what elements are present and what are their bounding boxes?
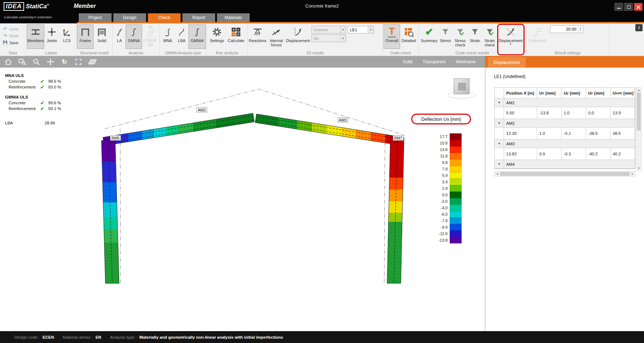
view-cube[interactable] xyxy=(449,77,474,101)
gmnia-button[interactable]: GMNIA xyxy=(189,24,206,49)
stress-check-button[interactable]: Stress check xyxy=(452,24,468,49)
deformed-scale-spinner[interactable]: 20.00 ▲▼ xyxy=(550,25,583,33)
load-case-combo[interactable]: LE1▾ xyxy=(348,26,374,33)
table-row-am1[interactable]: 5.50 -13.8 1.0 0.0 13.9 xyxy=(495,107,635,119)
table-vertical-scrollbar[interactable]: ▲ ▼ xyxy=(636,87,641,171)
table-row-am2[interactable]: 12.30 1.0 -0.1 -38.5 38.5 xyxy=(495,128,635,140)
minimize-button[interactable] xyxy=(614,3,623,11)
lcs-button[interactable]: LCS xyxy=(59,24,74,49)
ribbon-group-result-settings: Deformed 20.00 ▲▼ Result settings xyxy=(526,23,609,56)
tab-materials[interactable]: Materials xyxy=(217,13,250,22)
mna-button[interactable]: MNA xyxy=(160,24,175,49)
member-label-rm5[interactable]: RM5 xyxy=(110,135,121,141)
csfm-3d-button[interactable]: 3D CSFM 3D xyxy=(142,24,159,49)
collapse-triangle-icon[interactable]: ▼ xyxy=(498,122,501,125)
overall-button[interactable]: T Overall xyxy=(384,24,400,49)
col-usum[interactable]: Usum[mm] xyxy=(611,88,635,99)
col-uy[interactable]: Uy[mm] xyxy=(562,88,586,99)
scroll-thumb[interactable] xyxy=(637,93,641,131)
spinner-arrows-icon[interactable]: ▲▼ xyxy=(578,26,583,33)
table-group-am4[interactable]: ▼ AM4 xyxy=(495,160,635,169)
collapse-triangle-icon[interactable]: ▼ xyxy=(498,101,501,104)
scroll-up-icon[interactable]: ▲ xyxy=(636,88,641,92)
displacement-1d-button[interactable]: Displacement xyxy=(286,24,310,49)
table-group-am3[interactable]: ▼ AM3 xyxy=(495,140,635,148)
pan-button[interactable] xyxy=(46,57,55,67)
legend-swatch xyxy=(450,153,462,159)
tab-design[interactable]: Design xyxy=(113,13,146,22)
tab-report[interactable]: Report xyxy=(182,13,215,22)
internal-forces-button[interactable]: Internal forces xyxy=(267,24,286,49)
collapse-triangle-icon[interactable]: ▼ xyxy=(498,163,501,166)
frame-button[interactable]: Frame xyxy=(77,24,94,49)
scroll-down-icon[interactable]: ▼ xyxy=(636,166,641,170)
view-cube-face xyxy=(454,78,470,94)
mna-uls-title: MNA ULS xyxy=(5,73,67,78)
calculate-button[interactable]: Calculate xyxy=(226,24,246,49)
ribbon-group-run: Settings Calculate Run analysis xyxy=(207,23,248,56)
strain-check-button[interactable]: Strain check xyxy=(481,24,498,49)
member-label-am2[interactable]: AM2 xyxy=(196,107,207,113)
table-row-am3[interactable]: 13.82 0.9 -0.3 -40.2 40.2 xyxy=(495,148,635,160)
undo-button[interactable]: ↶Undo xyxy=(0,26,26,32)
tab-check[interactable]: Check xyxy=(148,13,181,22)
strain-button[interactable]: Strain xyxy=(468,24,481,49)
summary-button[interactable]: ✔ Summary xyxy=(419,24,439,49)
solid-view-button[interactable]: Solid xyxy=(403,59,413,64)
redo-button[interactable]: ↷Redo xyxy=(0,32,26,39)
scroll-right-icon[interactable]: ► xyxy=(630,172,635,176)
zoom-fit-button[interactable] xyxy=(74,57,83,67)
close-button[interactable] xyxy=(634,3,643,11)
tab-project[interactable]: Project xyxy=(79,13,112,22)
legend-entry: -7.9 xyxy=(429,218,462,224)
deformed-button[interactable]: Deformed xyxy=(527,24,548,49)
legend-swatch xyxy=(450,218,462,224)
table-group-am2[interactable]: ▼ AM2 xyxy=(495,119,635,128)
legend-value: 3.9 xyxy=(429,180,448,184)
legend-swatch xyxy=(450,159,462,166)
col-ux[interactable]: Ux[mm] xyxy=(537,88,562,99)
displacement-check-button[interactable]: Displacement ▾ xyxy=(498,24,523,49)
joints-button[interactable]: Joints xyxy=(44,24,59,49)
solid-button[interactable]: Solid xyxy=(94,24,110,49)
la-button[interactable]: LA xyxy=(113,24,126,49)
save-button[interactable]: Save xyxy=(0,39,26,46)
home-view-button[interactable] xyxy=(4,57,13,67)
wireframe-view-button[interactable]: Wireframe xyxy=(456,59,476,64)
zoom-window-button[interactable] xyxy=(18,57,27,67)
scroll-thumb[interactable] xyxy=(500,172,630,176)
table-horizontal-scrollbar[interactable]: ◄ ► xyxy=(494,171,635,177)
collapse-triangle-icon[interactable]: ▼ xyxy=(498,142,501,145)
col-uz[interactable]: Uz[mm] xyxy=(586,88,611,99)
national-annex-label: National annex : xyxy=(63,335,92,339)
clip-plane-button[interactable] xyxy=(88,57,97,67)
csfm-3d-icon xyxy=(146,29,155,38)
detailed-button[interactable]: Detailed xyxy=(400,24,417,49)
scroll-left-icon[interactable]: ◄ xyxy=(495,172,500,176)
legend-value: 17.7 xyxy=(429,134,448,139)
lba-button[interactable]: LBA xyxy=(175,24,189,49)
settings-button[interactable]: Settings xyxy=(208,24,226,49)
panel-tab-displacement[interactable]: Displacement xyxy=(488,57,526,68)
legend-value: 1.9 xyxy=(429,186,448,191)
load-case-label[interactable]: LE1 (Undefined) xyxy=(494,74,525,79)
members-button[interactable]: Members xyxy=(27,24,44,49)
member-label-rm7[interactable]: RM7 xyxy=(393,135,404,141)
extreme-combo[interactable]: Extreme▾ xyxy=(312,26,346,33)
stress-button[interactable]: Stress xyxy=(439,24,452,49)
reactions-button[interactable]: Reactions xyxy=(249,24,267,49)
info-button[interactable]: i xyxy=(635,24,643,31)
model-viewport[interactable]: MNA ULS Concrete ✔ 98.5 % Reinforcement … xyxy=(0,68,485,331)
legend-entry: 7.9 xyxy=(429,166,462,172)
ribbon-group-structural: Frame Solid Structural model xyxy=(76,23,113,56)
rotate-button[interactable]: ↻ xyxy=(60,57,69,67)
transparent-view-button[interactable]: Transparent xyxy=(422,59,445,64)
my-combo[interactable]: My▾ xyxy=(312,35,346,42)
member-label-am3[interactable]: AM3 xyxy=(337,117,348,123)
logo-statica: StatiCa® xyxy=(26,3,49,10)
col-position[interactable]: Position X [m] xyxy=(504,88,537,99)
table-group-am1[interactable]: ▼ AM1 xyxy=(495,99,635,107)
zoom-button[interactable] xyxy=(32,57,41,67)
gmna-button[interactable]: GMNA xyxy=(126,24,142,49)
maximize-button[interactable] xyxy=(624,3,633,11)
